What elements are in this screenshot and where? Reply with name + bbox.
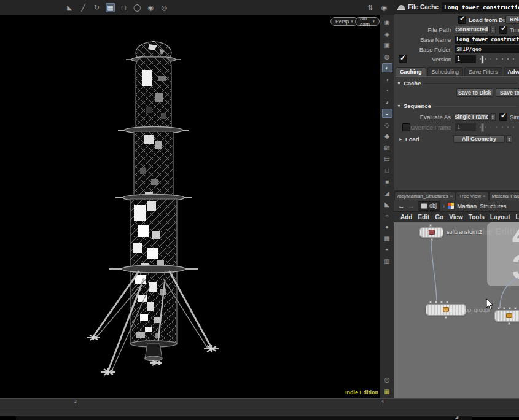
base-name-field[interactable]: Long_tower_construction xyxy=(455,36,519,44)
viewport-info-icon[interactable]: ◎ xyxy=(382,375,392,384)
tab-save-filters[interactable]: Save Filters xyxy=(464,67,502,76)
vertex-markers-icon[interactable]: ◓ xyxy=(382,245,392,254)
houdini-window: ◣╱↻▦◻◯◉◎ ⇅◉ xyxy=(0,0,519,420)
node-name-field[interactable]: Long_tower_construction xyxy=(442,2,519,12)
viewport-toolbar: ◣╱↻▦◻◯◉◎ ⇅◉ xyxy=(0,0,394,15)
origin-gnomon-icon[interactable]: ▤ xyxy=(382,154,392,163)
ghost-objects-icon[interactable]: ◆ xyxy=(382,131,392,141)
sequence-section-header[interactable]: ▼ Sequence xyxy=(397,102,517,110)
slider-handle[interactable] xyxy=(481,55,484,64)
close-icon[interactable]: × xyxy=(450,193,453,199)
menu-go[interactable]: Go xyxy=(435,214,443,220)
version-checkbox[interactable]: ✓ xyxy=(399,55,407,63)
node-softtransform2[interactable] xyxy=(419,227,443,238)
point-normals-icon[interactable]: ◣ xyxy=(382,200,392,209)
version-slider[interactable] xyxy=(476,55,519,63)
node-partial-right[interactable] xyxy=(494,310,519,322)
menu-layout[interactable]: Layout xyxy=(490,214,510,220)
display-options-icon[interactable]: ◒ xyxy=(382,109,392,118)
tab-caching[interactable]: Caching xyxy=(396,67,426,76)
paint-tool-icon[interactable]: ╱ xyxy=(79,3,88,12)
simulation-checkbox[interactable]: ✓ xyxy=(499,113,507,121)
camera-menu[interactable]: No cam ▾ xyxy=(355,17,380,26)
network-editor-canvas[interactable]: Indie Edition 4 3 softtransform2 edgle_l… xyxy=(394,222,519,398)
select-tool-icon[interactable]: ◣ xyxy=(65,3,74,12)
timeline-bar[interactable]: 24 ◢ xyxy=(0,398,519,420)
render-flag-2-icon[interactable]: ◎ xyxy=(160,3,169,12)
object-names-icon[interactable]: ▧ xyxy=(382,143,392,152)
swap-arrows-icon[interactable]: ⇅ xyxy=(365,3,375,12)
menu-labs[interactable]: Labs xyxy=(516,214,519,220)
tab-advanced[interactable]: Advanced xyxy=(504,67,519,76)
menu-add[interactable]: Add xyxy=(400,214,412,220)
base-folder-field[interactable]: $HIP/geo xyxy=(455,45,519,53)
primitive-normals-icon[interactable]: ● xyxy=(382,222,392,231)
file-path-dropdown[interactable]: Constructed xyxy=(455,26,489,34)
forward-arrow-icon[interactable]: → xyxy=(408,203,415,209)
grid-toggle-icon[interactable]: ▦ xyxy=(382,387,392,396)
pane-tab-material-palette[interactable]: Material Palette × xyxy=(490,192,519,200)
context-chip-obj[interactable]: obj xyxy=(418,201,440,211)
close-icon[interactable]: × xyxy=(483,193,486,199)
box-zoom-icon[interactable]: ◻ xyxy=(119,3,128,12)
override-frame-field[interactable]: 1 xyxy=(455,123,476,131)
visibility-icon[interactable]: ◉ xyxy=(382,18,392,27)
headlight-icon[interactable]: ◑ xyxy=(382,75,392,84)
save-to-disk-button[interactable]: Save to Disk xyxy=(456,88,493,97)
link-display-icon[interactable]: ◇ xyxy=(382,120,392,130)
slider-ticks xyxy=(480,58,518,60)
high-quality-light-icon[interactable]: ◔ xyxy=(382,86,392,95)
override-frame-checkbox[interactable] xyxy=(402,123,410,131)
perspective-view-menu[interactable]: Persp ▾ xyxy=(330,17,358,26)
time-dependent-checkbox[interactable]: ✓ xyxy=(499,26,507,34)
group-select-icon[interactable]: ■ xyxy=(382,177,392,186)
frame-tick-mark xyxy=(76,403,76,407)
point-numbers-icon[interactable]: ○ xyxy=(382,211,392,220)
pane-tab-network[interactable]: /obj/Martian_Structures × xyxy=(395,192,455,200)
cache-section-header[interactable]: ▼ Cache xyxy=(397,79,517,87)
menu-edit[interactable]: Edit xyxy=(418,214,429,220)
menu-view[interactable]: View xyxy=(449,214,463,220)
node-label: softtransform2 xyxy=(447,229,482,235)
info-circle-icon[interactable]: ◉ xyxy=(380,3,389,12)
render-flag-1-icon[interactable]: ◉ xyxy=(146,3,155,12)
back-arrow-icon[interactable]: ← xyxy=(398,203,405,209)
file-path-spinner[interactable]: ▴▾ xyxy=(490,26,496,34)
tab-scheduling[interactable]: Scheduling xyxy=(427,67,464,76)
slider-handle[interactable] xyxy=(481,123,484,132)
frame-tick-mark xyxy=(383,403,383,407)
pane-tab-tree-view[interactable]: Tree View × xyxy=(456,192,488,200)
node-badge-icon xyxy=(506,313,512,318)
mirror-tool-icon[interactable]: ◯ xyxy=(133,3,142,12)
version-field[interactable]: 1 xyxy=(455,55,476,63)
display-options-toolbar: ◉◈▣◍◐◑◔◕◒◇◆▧▤□■◢◣○●▩◓▥◎▦ xyxy=(380,15,394,398)
material-shading-icon[interactable]: ◕ xyxy=(382,98,392,107)
load-from-disk-checkbox[interactable]: ✓ xyxy=(458,16,466,24)
evaluate-as-spinner[interactable]: ▴▾ xyxy=(490,113,496,121)
points-display-icon[interactable]: ◢ xyxy=(382,189,392,198)
current-node-breadcrumb[interactable]: Martian_Structures xyxy=(457,203,506,209)
snap-grid-icon[interactable]: ▦ xyxy=(106,3,115,12)
menu-tools[interactable]: Tools xyxy=(469,214,485,220)
wireframe-toggle-icon[interactable]: ▥ xyxy=(382,257,392,266)
evaluate-as-label: Evaluate As xyxy=(394,114,455,120)
save-to-disk-background-button[interactable]: Save to Disk in Background xyxy=(496,88,519,97)
rotate-tool-icon[interactable]: ↻ xyxy=(92,3,101,12)
load-spinner[interactable]: ▴▾ xyxy=(506,135,512,143)
evaluate-as-dropdown[interactable]: Single Frame xyxy=(455,113,489,121)
scene-viewport[interactable]: Persp ▾ No cam ▾ Indie Edition xyxy=(0,15,380,398)
resize-handle-icon[interactable]: ◢ xyxy=(455,415,458,420)
foliage-icon[interactable]: ◈ xyxy=(382,29,392,39)
lock-icon[interactable]: ▣ xyxy=(382,41,392,50)
override-frame-slider[interactable] xyxy=(476,123,519,131)
load-dropdown[interactable]: All Geometry xyxy=(453,135,505,143)
field-guide-icon[interactable]: □ xyxy=(382,166,392,175)
breadcrumb-separator-icon: › xyxy=(443,203,445,209)
playbar-segment xyxy=(472,416,519,420)
collapse-closed-icon[interactable]: ► xyxy=(399,137,403,141)
slider-ticks xyxy=(480,126,518,128)
primitive-numbers-icon[interactable]: ▩ xyxy=(382,234,392,243)
light-bulb-icon[interactable]: ◍ xyxy=(382,52,392,61)
reload-button[interactable]: Reload xyxy=(505,15,519,24)
shaded-display-icon[interactable]: ◐ xyxy=(382,63,392,72)
